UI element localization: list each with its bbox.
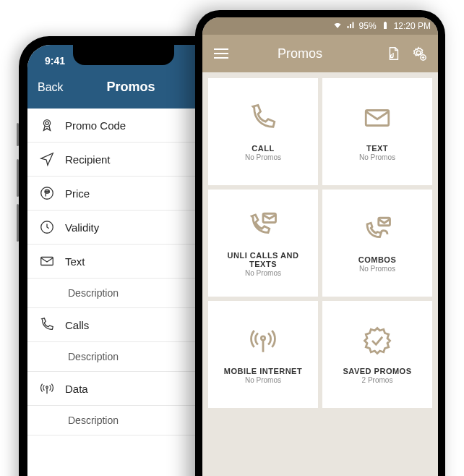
tile-text[interactable]: TEXT No Promos	[322, 78, 432, 185]
tile-title: UNLI CALLS AND TEXTS	[214, 251, 312, 268]
row-label: Promo Code	[65, 119, 126, 132]
svg-point-5	[46, 386, 48, 388]
tile-saved-promos[interactable]: SAVED PROMOS 2 Promos	[322, 301, 432, 408]
tile-subtitle: No Promos	[245, 153, 281, 161]
row-label: Recipient	[65, 153, 111, 166]
row-label: Description	[68, 287, 119, 299]
svg-point-13	[261, 336, 265, 340]
tile-subtitle: No Promos	[245, 269, 281, 277]
row-label: Validity	[65, 221, 99, 234]
iphone-screen: 9:41 Back Promos Promo Code Recipient	[27, 45, 220, 476]
antenna-icon	[247, 325, 279, 357]
row-text[interactable]: Text	[27, 245, 220, 279]
row-price[interactable]: Price	[27, 177, 220, 211]
ios-list: Promo Code Recipient Price Validity	[27, 109, 220, 435]
row-text-description[interactable]: Description	[27, 279, 220, 308]
tile-title: COMBOS	[358, 255, 397, 264]
settings-add-icon[interactable]	[411, 45, 428, 62]
row-label: Price	[65, 187, 90, 200]
combo-icon	[361, 213, 393, 245]
envelope-icon	[39, 253, 55, 269]
badge-check-icon	[361, 325, 393, 357]
row-label: Text	[65, 255, 85, 268]
tile-mobile-internet[interactable]: MOBILE INTERNET No Promos	[208, 301, 318, 408]
tile-title: MOBILE INTERNET	[224, 367, 302, 375]
row-label: Calls	[65, 319, 89, 331]
antenna-icon	[39, 381, 55, 396]
back-button[interactable]: Back	[38, 81, 64, 94]
row-data-description[interactable]: Description	[27, 406, 220, 435]
android-page-title: Promos	[224, 46, 376, 61]
svg-rect-7	[384, 22, 386, 22]
tile-title: CALL	[252, 144, 274, 153]
android-header: Promos	[202, 35, 438, 72]
wifi-icon	[333, 21, 342, 32]
tile-title: SAVED PROMOS	[343, 367, 411, 375]
row-promo-code[interactable]: Promo Code	[27, 109, 220, 143]
promo-grid: CALL No Promos TEXT No Promos UNLI CALLS…	[202, 72, 438, 414]
android-status-bar: 95% 12:20 PM	[202, 17, 438, 35]
svg-point-1	[46, 122, 48, 124]
row-validity[interactable]: Validity	[27, 211, 220, 245]
tile-title: TEXT	[366, 144, 388, 153]
ribbon-icon	[39, 117, 55, 133]
tile-call[interactable]: CALL No Promos	[208, 78, 318, 185]
row-label: Data	[65, 383, 88, 395]
tile-combos[interactable]: COMBOS No Promos	[322, 190, 432, 297]
row-calls-description[interactable]: Description	[27, 342, 220, 372]
status-time: 12:20 PM	[394, 21, 431, 31]
svg-rect-4	[41, 258, 53, 265]
android-device: 95% 12:20 PM Promos CALL No Promos	[195, 10, 445, 476]
peso-icon	[39, 185, 55, 201]
svg-rect-12	[379, 218, 390, 226]
row-label: Description	[68, 415, 119, 426]
phone-icon	[247, 102, 279, 134]
paper-plane-icon	[39, 151, 55, 167]
ios-page-title: Promos	[107, 80, 155, 95]
tile-subtitle: No Promos	[359, 265, 395, 273]
iphone-notch	[73, 45, 174, 65]
row-data[interactable]: Data	[27, 372, 220, 406]
svg-point-0	[43, 120, 50, 127]
document-music-icon[interactable]	[384, 45, 402, 62]
svg-rect-10	[366, 111, 389, 126]
tile-subtitle: No Promos	[245, 376, 281, 384]
signal-icon	[346, 21, 355, 32]
row-label: Description	[68, 351, 119, 362]
svg-rect-6	[384, 22, 387, 29]
row-recipient[interactable]: Recipient	[27, 143, 220, 177]
battery-icon	[381, 21, 390, 32]
android-screen: 95% 12:20 PM Promos CALL No Promos	[202, 17, 438, 476]
phone-envelope-icon	[247, 209, 279, 241]
tile-unli[interactable]: UNLI CALLS AND TEXTS No Promos	[208, 190, 318, 297]
phone-icon	[39, 317, 55, 333]
tile-subtitle: No Promos	[359, 153, 395, 161]
clock-icon	[39, 219, 55, 235]
tile-subtitle: 2 Promos	[362, 376, 393, 384]
row-calls[interactable]: Calls	[27, 308, 220, 342]
battery-percent: 95%	[359, 21, 377, 31]
envelope-icon	[361, 102, 393, 134]
